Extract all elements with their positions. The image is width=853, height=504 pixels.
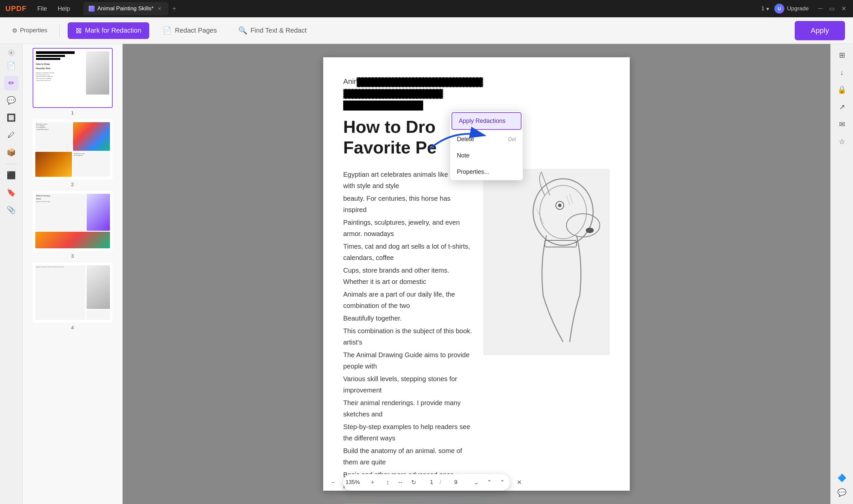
sidebar-icon-layers[interactable]: ⬛ xyxy=(4,168,19,183)
page-nav-chevron[interactable]: ▾ xyxy=(766,6,769,12)
redact-pages-label: Redact Pages xyxy=(175,26,217,34)
ctx-properties[interactable]: Properties... xyxy=(450,164,523,180)
thumb-img-2: Animals are a partof our daily lifethe c… xyxy=(33,120,112,179)
find-text-redact-label: Find Text & Redact xyxy=(250,26,307,34)
apply-btn[interactable]: Apply xyxy=(795,21,845,40)
close-toolbar-btn[interactable]: ✕ xyxy=(513,477,525,488)
thumb-img-1: How to Draw Favorite Pets Egyptian art c… xyxy=(33,48,112,108)
sliders-icon: ⚙ xyxy=(12,27,17,34)
upgrade-label: Upgrade xyxy=(787,5,809,12)
titlebar-right: 1 ▾ U Upgrade ─ ▭ ✕ xyxy=(761,4,848,14)
body-line-3: Paintings, sculptures, jewelry, and even… xyxy=(343,217,472,239)
sidebar-icon-edit[interactable]: ✏ xyxy=(4,76,19,91)
fit-height-btn[interactable]: ↕ xyxy=(383,477,393,488)
total-pages: 9 xyxy=(442,479,469,486)
thumb-label-2: 2 xyxy=(71,181,74,187)
thumbnail-page-1[interactable]: How to Draw Favorite Pets Egyptian art c… xyxy=(27,48,118,115)
svg-rect-1 xyxy=(483,169,610,355)
body-line-13: Build the anatomy of an animal. some of … xyxy=(343,445,472,468)
redaction-bar-2 xyxy=(343,89,443,99)
thumb-img-3: Different Painting Styles Egyptian art c… xyxy=(33,191,112,251)
right-icon-star[interactable]: ☆ xyxy=(835,134,849,149)
right-icon-share[interactable]: ↗ xyxy=(835,100,849,114)
tab-add-btn[interactable]: + xyxy=(170,4,179,14)
tab-animal-painting[interactable]: Animal Painting Skills* ✕ xyxy=(83,2,168,15)
thumb-img-4: Egyptian art celebrates animals like cat… xyxy=(33,263,112,323)
right-icon-download[interactable]: ↓ xyxy=(835,65,849,80)
thumbnail-page-3[interactable]: Different Painting Styles Egyptian art c… xyxy=(27,191,118,259)
zoom-in-btn[interactable]: + xyxy=(367,477,378,488)
menu-help[interactable]: Help xyxy=(54,4,74,14)
fit-width-btn[interactable]: ↔ xyxy=(394,477,406,488)
properties-btn[interactable]: ⚙ Properties xyxy=(8,24,51,37)
sidebar-icon-attachment[interactable]: 📎 xyxy=(4,203,19,217)
menu-file[interactable]: File xyxy=(33,4,51,14)
main-layout: › 📄 ✏ 💬 🔲 🖊 📦 ⬛ 🔖 📎 How to Draw Favor xyxy=(0,44,853,504)
body-line-10: Various skill levels, stepping stones fo… xyxy=(343,373,472,396)
sidebar-expand-btn[interactable]: › xyxy=(8,49,15,56)
sidebar-icon-document[interactable]: 📄 xyxy=(4,59,19,73)
thumbnail-panel: How to Draw Favorite Pets Egyptian art c… xyxy=(23,44,123,504)
tab-edit-icon xyxy=(89,6,94,12)
close-btn[interactable]: ✕ xyxy=(840,4,848,14)
tab-bar: Animal Painting Skills* ✕ + xyxy=(83,2,179,15)
redaction-marks-area: Anim xyxy=(343,77,610,114)
thumb-label-1: 1 xyxy=(71,110,74,115)
svg-point-7 xyxy=(586,228,594,233)
body-line-7: Beautifully together. xyxy=(343,312,472,324)
thumb-label-3: 3 xyxy=(71,253,74,259)
minimize-btn[interactable]: ─ xyxy=(817,4,824,14)
right-icon-grid[interactable]: ⊞ xyxy=(835,48,849,62)
titlebar-menu: File Help xyxy=(33,4,74,14)
right-icon-lock[interactable]: 🔒 xyxy=(835,83,849,97)
left-sidebar: › 📄 ✏ 💬 🔲 🖊 📦 ⬛ 🔖 📎 xyxy=(0,44,23,504)
sidebar-divider xyxy=(5,164,17,164)
app-logo: UPDF xyxy=(5,4,27,13)
right-panel: ⊞ ↓ 🔒 ↗ ✉ ☆ 🔷 💬 xyxy=(830,44,853,504)
tab-close-btn[interactable]: ✕ xyxy=(156,5,163,12)
toolbar: ⚙ Properties ⊠ Mark for Redaction 📄 Reda… xyxy=(0,17,853,44)
sidebar-icon-forms[interactable]: 🔲 xyxy=(4,110,19,125)
right-icon-mail[interactable]: ✉ xyxy=(835,117,849,132)
redaction-bar-3 xyxy=(343,101,423,110)
page-number: 1 xyxy=(761,6,764,12)
dog-image xyxy=(483,169,610,355)
body-line-5: Cups, store brands and other items. Whet… xyxy=(343,265,472,287)
thumbnail-page-2[interactable]: Animals are a partof our daily lifethe c… xyxy=(27,120,118,187)
redaction-bar-1 xyxy=(356,77,483,87)
mark-redaction-btn[interactable]: ⊠ Mark for Redaction xyxy=(68,22,149,39)
svg-point-6 xyxy=(558,204,561,207)
page-nav[interactable]: 1 ▾ xyxy=(761,6,769,12)
right-icon-updf-logo[interactable]: 🔷 xyxy=(835,471,849,485)
right-icon-chat[interactable]: 💬 xyxy=(835,485,849,500)
window-controls: ─ ▭ ✕ xyxy=(817,4,848,14)
rotate-btn[interactable]: ↻ xyxy=(408,477,419,488)
find-text-redact-btn[interactable]: 🔍 Find Text & Redact xyxy=(230,22,315,39)
body-line-9: The Animal Drawing Guide aims to provide… xyxy=(343,349,472,372)
mark-redaction-label: Mark for Redaction xyxy=(85,26,141,34)
find-text-icon: 🔍 xyxy=(238,26,247,35)
sidebar-icon-sign[interactable]: 🖊 xyxy=(4,128,19,143)
titlebar: UPDF File Help Animal Painting Skills* ✕… xyxy=(0,0,853,17)
redact-pages-icon: 📄 xyxy=(162,26,172,35)
restore-btn[interactable]: ▭ xyxy=(828,4,836,14)
page-body: Egyptian art celebrates animals like cat… xyxy=(343,169,610,493)
sidebar-icon-bookmark[interactable]: 🔖 xyxy=(4,185,19,200)
body-line-2: beauty. For centuries, this horse has in… xyxy=(343,193,472,215)
sidebar-icon-protect[interactable]: 📦 xyxy=(4,145,19,160)
zoom-level: 135% xyxy=(340,479,366,486)
zoom-out-btn[interactable]: − xyxy=(328,477,338,488)
sidebar-icon-comment[interactable]: 💬 xyxy=(4,93,19,108)
page-first-btn[interactable]: ⌃ xyxy=(497,477,508,488)
page-separator: / xyxy=(439,479,441,486)
page-down-btn[interactable]: ⌄ xyxy=(470,477,482,488)
redact-pages-btn[interactable]: 📄 Redact Pages xyxy=(155,22,225,39)
upgrade-button[interactable]: U Upgrade xyxy=(774,4,809,14)
page-up-btn[interactable]: ⌃ xyxy=(484,477,495,488)
page-number-input[interactable] xyxy=(425,479,438,486)
thumbnail-page-4[interactable]: Egyptian art celebrates animals like cat… xyxy=(27,263,118,330)
body-line-8: This combination is the subject of this … xyxy=(343,325,472,348)
user-avatar: U xyxy=(774,4,784,14)
bottom-toolbar: − 135% + ↕ ↔ ↻ / 9 ⌄ ⌃ ⌃ ✕ xyxy=(343,474,510,491)
toolbar-separator xyxy=(59,24,60,37)
